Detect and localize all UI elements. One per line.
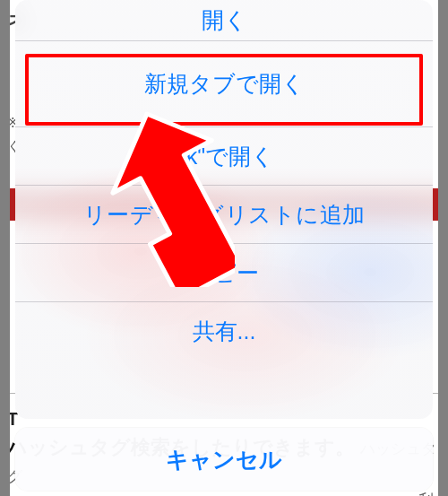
cancel-button-label: キャンセル <box>166 445 282 474</box>
screenshot-border-right <box>438 0 448 496</box>
option-copy[interactable]: コピー <box>15 244 433 302</box>
screenshot-border-left <box>0 0 10 496</box>
option-open-in-app[interactable]: ok"で開く <box>15 127 433 186</box>
option-open[interactable]: 開く <box>15 0 433 41</box>
option-open-in-app-label: ok"で開く <box>174 142 274 171</box>
option-add-reading-list-label: リーディングリストに追加 <box>83 202 366 227</box>
option-share-label: 共有... <box>193 317 256 346</box>
option-copy-label: コピー <box>190 258 259 288</box>
option-share[interactable]: 共有... <box>15 302 433 361</box>
option-add-reading-list[interactable]: リーディングリストに追加 <box>15 186 433 244</box>
cancel-button[interactable]: キャンセル <box>15 428 433 491</box>
action-sheet: 開く 新規タブで開く ok"で開く リーディングリストに追加 コピー 共有... <box>15 0 433 419</box>
option-open-new-tab[interactable]: 新規タブで開く <box>15 41 433 127</box>
option-open-label: 開く <box>202 5 247 35</box>
option-open-new-tab-label: 新規タブで開く <box>144 69 305 99</box>
